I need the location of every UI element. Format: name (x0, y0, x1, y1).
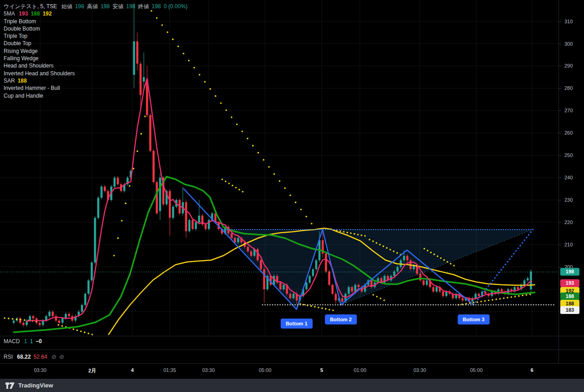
ohlc-field-label: 始値 (61, 3, 72, 10)
sar-dot (57, 324, 59, 326)
sar-dot (430, 251, 432, 253)
indicator-row-falling-wedge[interactable]: Falling Wedge (4, 55, 188, 62)
price-tick-mark (559, 133, 561, 133)
sar-dot (499, 298, 501, 300)
indicator-row-triple-top[interactable]: Triple Top (4, 32, 188, 40)
macd-value: −0 (36, 338, 42, 345)
price-tick-label: 290 (564, 63, 573, 68)
sar-dot (61, 325, 63, 327)
pane-separator[interactable] (0, 350, 584, 350)
indicator-label: Inverted Head and Shoulders (4, 70, 75, 77)
sar-dot (235, 187, 237, 188)
candle-body (104, 187, 106, 191)
price-tick-label: 260 (564, 130, 573, 136)
candle-body (250, 251, 252, 256)
sar-dot (76, 329, 78, 331)
time-tick-label: 03:30 (413, 367, 426, 373)
indicator-row-sar[interactable]: SAR188 (4, 77, 188, 84)
pattern-fill-area (223, 230, 533, 309)
indicator-value: 188 (18, 78, 27, 84)
indicator-row-inverted-hammer-bull[interactable]: Inverted Hammer - Bull (4, 84, 188, 92)
time-tick-label: 01:00 (354, 367, 366, 373)
symbol-info-row[interactable]: ウインテスト, 5, TSE 始値198高値198安値198終値198 0 (0… (4, 3, 188, 10)
sar-dot (73, 329, 74, 330)
rsi-pane-row[interactable]: RSI 68.2252.64 ⊘⊘ (4, 353, 64, 360)
slash-circle-icon[interactable]: ⊘ (52, 353, 57, 360)
indicator-row-triple-bottom[interactable]: Triple Bottom (4, 18, 188, 25)
sar-dot (314, 306, 316, 308)
symbol-title[interactable]: ウインテスト, 5, TSE (4, 3, 57, 10)
pane-separator[interactable] (0, 336, 584, 336)
sar-dot (450, 263, 452, 265)
sar-dot (440, 257, 442, 259)
sar-dot (343, 231, 345, 233)
indicator-row-head-and-shoulders[interactable]: Head and Shoulders (4, 62, 188, 69)
candle-body (100, 187, 103, 198)
sar-dot (209, 88, 211, 90)
indicator-row-cup-and-handle[interactable]: Cup and Handle (4, 92, 188, 99)
time-tick-label: 05:00 (470, 367, 483, 373)
indicator-row-rising-wedge[interactable]: Rising Wedge (4, 47, 188, 55)
sar-dot (16, 319, 17, 320)
candle-body (341, 298, 344, 302)
candle-body (185, 202, 188, 231)
candle-body (149, 115, 151, 151)
sar-dot (495, 298, 497, 300)
candle-body (192, 220, 194, 229)
sar-dot (252, 145, 254, 146)
candle-body (406, 256, 408, 261)
tradingview-logo-icon[interactable] (5, 382, 15, 389)
ohlc-fields: 始値198高値198安値198終値198 (58, 3, 161, 10)
sar-dot (386, 247, 388, 249)
price-tick-mark (559, 110, 561, 111)
sar-dot (225, 110, 227, 111)
pattern-label-bottom-1[interactable]: Bottom 1 (281, 319, 313, 329)
candle-body (289, 294, 292, 298)
candle-body (462, 298, 464, 301)
price-axis[interactable]: 3103002902802702602502402302202102001981… (558, 0, 584, 378)
sar-dot (215, 95, 217, 97)
sar-dot (339, 230, 341, 232)
sar-dot (263, 159, 265, 161)
candle-body (204, 225, 207, 229)
sar-dot (350, 232, 352, 234)
candle-body (396, 267, 399, 272)
ohlc-field-value: 198 (126, 3, 135, 10)
pattern-label-bottom-2[interactable]: Bottom 2 (325, 314, 357, 324)
macd-pane-row[interactable]: MACD 11−0 (4, 338, 42, 345)
ohlc-field-value: 198 (75, 3, 84, 10)
indicator-row-double-bottom[interactable]: Double Bottom (4, 25, 188, 32)
candle-body (13, 320, 15, 323)
candle-body (474, 294, 477, 298)
candle-body (282, 285, 285, 289)
slash-circle-icon[interactable]: ⊘ (59, 353, 64, 360)
macd-value: 1 (30, 338, 33, 345)
candle-body (68, 314, 70, 316)
candle-body (117, 178, 119, 184)
indicator-row-inverted-head-and-shoulders[interactable]: Inverted Head and Shoulders (4, 70, 188, 77)
time-axis[interactable]: 03:302月401:3503:3005:00501:0003:3005:006 (0, 363, 584, 379)
candle-body (169, 191, 171, 218)
sar-dot (225, 181, 227, 183)
candle-body (309, 276, 311, 283)
sar-dot (328, 309, 330, 311)
sar-dot (228, 183, 230, 184)
sar-dot (354, 233, 355, 235)
candle-body (152, 151, 155, 182)
pattern-label-bottom-3[interactable]: Bottom 3 (458, 314, 490, 324)
sar-dot (473, 302, 474, 303)
sar-dot (193, 67, 195, 68)
sar-dot (369, 239, 370, 240)
sar-dot (24, 319, 26, 321)
price-tick-mark (559, 178, 561, 178)
tradingview-brand-text[interactable]: TradingView (18, 382, 53, 389)
indicator-row-double-top[interactable]: Double Top (4, 40, 188, 47)
ma-indicator-row[interactable]: 5MA 193188192 (4, 10, 188, 17)
candle-body (91, 262, 93, 280)
price-tick-label: 210 (564, 242, 573, 247)
sar-dot (453, 265, 455, 267)
candle-body (501, 289, 503, 292)
sar-dot (268, 166, 270, 168)
candle-body (523, 280, 526, 285)
candle-body (234, 238, 236, 242)
